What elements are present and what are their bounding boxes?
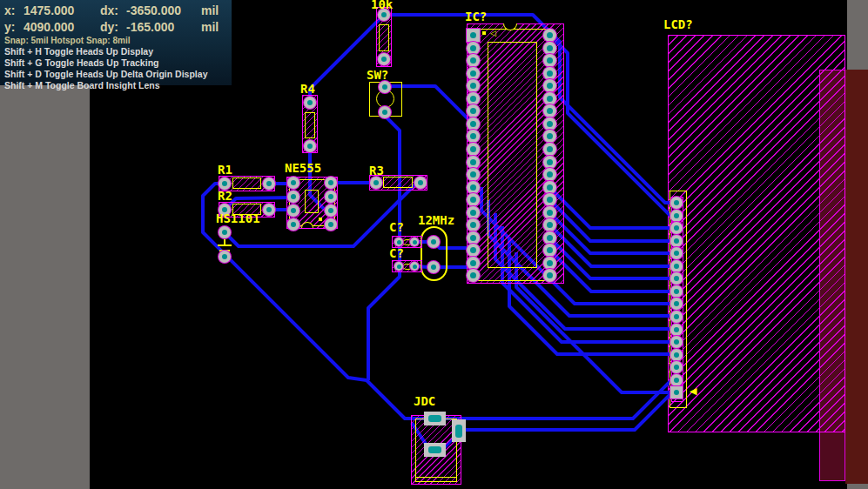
- lcd-pad[interactable]: [670, 374, 683, 386]
- ic-pad-left[interactable]: [467, 29, 480, 42]
- ic-pad-right[interactable]: [543, 143, 556, 156]
- ic-pad-right[interactable]: [543, 92, 556, 105]
- ic-pad-right[interactable]: [543, 206, 556, 219]
- designator-12mhz[interactable]: 12MHz: [418, 214, 454, 226]
- ic-pad-left[interactable]: [467, 244, 480, 257]
- ic-pad-right[interactable]: [543, 117, 556, 131]
- ic-pad-left[interactable]: [467, 181, 480, 194]
- ic-pad-left[interactable]: [467, 206, 480, 219]
- lcd-pad[interactable]: [670, 324, 683, 336]
- trace[interactable]: [549, 187, 671, 228]
- designator-jdc[interactable]: JDC: [414, 395, 435, 407]
- lcd-pad[interactable]: [670, 311, 683, 323]
- lcd-pad[interactable]: [670, 349, 683, 361]
- component-pad[interactable]: [287, 177, 299, 189]
- component-pad[interactable]: [379, 81, 391, 93]
- component-pad[interactable]: [219, 251, 231, 263]
- lcd-pad[interactable]: [670, 386, 683, 399]
- component-pad[interactable]: [287, 204, 299, 217]
- designator-r3[interactable]: R3: [369, 164, 384, 177]
- jdc-pad-3[interactable]: [424, 443, 446, 457]
- ic-pad-right[interactable]: [543, 42, 556, 55]
- designator-r4[interactable]: R4: [300, 83, 315, 95]
- component-pad[interactable]: [304, 140, 316, 152]
- cap-pad[interactable]: [410, 262, 419, 271]
- ic-pad-left[interactable]: [467, 218, 480, 231]
- ic-pad-left[interactable]: [467, 130, 480, 143]
- ic-pad-left[interactable]: [467, 67, 480, 80]
- ic-pad-right[interactable]: [543, 181, 556, 194]
- designator-r2[interactable]: R2: [218, 190, 232, 202]
- lcd-pad[interactable]: [670, 361, 683, 373]
- component-pad[interactable]: [427, 261, 440, 273]
- cap-pad[interactable]: [394, 262, 403, 271]
- component-pad[interactable]: [325, 218, 337, 231]
- designator-hs1101[interactable]: HS1101: [216, 212, 260, 224]
- ic-pad-right[interactable]: [543, 156, 556, 169]
- ic-pad-left[interactable]: [467, 79, 480, 92]
- component-pad[interactable]: [263, 178, 275, 190]
- component-pad[interactable]: [414, 177, 427, 189]
- component-pad[interactable]: [378, 53, 390, 65]
- pcb-editor-canvas[interactable]: ◀ ◁ 10k IC? LCD? SW? R4 R1 N: [0, 0, 868, 489]
- component-pad[interactable]: [370, 177, 382, 189]
- ic-pad-left[interactable]: [467, 117, 480, 131]
- jdc-pad-2[interactable]: [452, 419, 466, 442]
- ic-pad-right[interactable]: [543, 54, 556, 67]
- component-pad[interactable]: [325, 177, 337, 189]
- ic-pad-right[interactable]: [543, 67, 556, 80]
- ic-pad-left[interactable]: [467, 54, 480, 67]
- component-pad[interactable]: [287, 218, 299, 231]
- designator-lcd[interactable]: LCD?: [663, 18, 693, 30]
- component-pad[interactable]: [219, 178, 231, 190]
- ic-pad-left[interactable]: [467, 92, 480, 105]
- lcd-pad[interactable]: [670, 298, 683, 310]
- lcd-pad[interactable]: [670, 210, 683, 222]
- lcd-pad[interactable]: [670, 197, 683, 209]
- lcd-pad[interactable]: [670, 272, 683, 285]
- ic-pad-right[interactable]: [543, 104, 556, 117]
- jdc-pad-1[interactable]: [424, 412, 446, 425]
- ic-pad-right[interactable]: [543, 244, 556, 257]
- designator-sw[interactable]: SW?: [367, 69, 388, 81]
- designator-10k[interactable]: 10k: [371, 0, 393, 10]
- component-pad[interactable]: [263, 204, 275, 216]
- designator-r1[interactable]: R1: [218, 164, 232, 176]
- ic-pad-right[interactable]: [543, 269, 556, 282]
- designator-c1[interactable]: C?: [389, 221, 404, 233]
- trace[interactable]: [446, 379, 672, 419]
- lcd-pad[interactable]: [670, 247, 683, 259]
- ic-pad-right[interactable]: [543, 130, 556, 143]
- designator-c2[interactable]: C?: [389, 247, 404, 259]
- trace[interactable]: [368, 266, 400, 380]
- component-pad[interactable]: [219, 226, 231, 238]
- ic-pad-left[interactable]: [467, 143, 480, 156]
- ic-pad-left[interactable]: [467, 269, 480, 282]
- cap-pad[interactable]: [394, 238, 403, 246]
- ic-pad-right[interactable]: [543, 168, 556, 181]
- designator-ic[interactable]: IC?: [465, 10, 487, 23]
- ic-pad-right[interactable]: [543, 231, 556, 244]
- ic-pad-left[interactable]: [467, 104, 480, 117]
- lcd-pad[interactable]: [670, 336, 683, 348]
- lcd-pad[interactable]: [670, 260, 683, 272]
- lcd-pad[interactable]: [670, 285, 683, 298]
- ic-pad-left[interactable]: [467, 42, 480, 55]
- designator-ne555[interactable]: NE555: [285, 162, 321, 174]
- component-pad[interactable]: [379, 106, 391, 118]
- ic-pad-left[interactable]: [467, 231, 480, 244]
- component-pad[interactable]: [287, 191, 299, 203]
- ic-pad-right[interactable]: [543, 193, 556, 206]
- component-pad[interactable]: [325, 191, 337, 203]
- ic-pad-right[interactable]: [543, 257, 556, 270]
- component-pad[interactable]: [427, 236, 440, 248]
- ic-pad-left[interactable]: [467, 257, 480, 270]
- ic-pad-right[interactable]: [543, 218, 556, 231]
- cap-pad[interactable]: [410, 238, 419, 246]
- ic-pad-left[interactable]: [467, 168, 480, 181]
- ic-pad-left[interactable]: [467, 156, 480, 169]
- ic-pad-right[interactable]: [543, 79, 556, 92]
- lcd-pad[interactable]: [670, 222, 683, 234]
- component-pad[interactable]: [325, 204, 337, 217]
- component-pad[interactable]: [304, 97, 316, 109]
